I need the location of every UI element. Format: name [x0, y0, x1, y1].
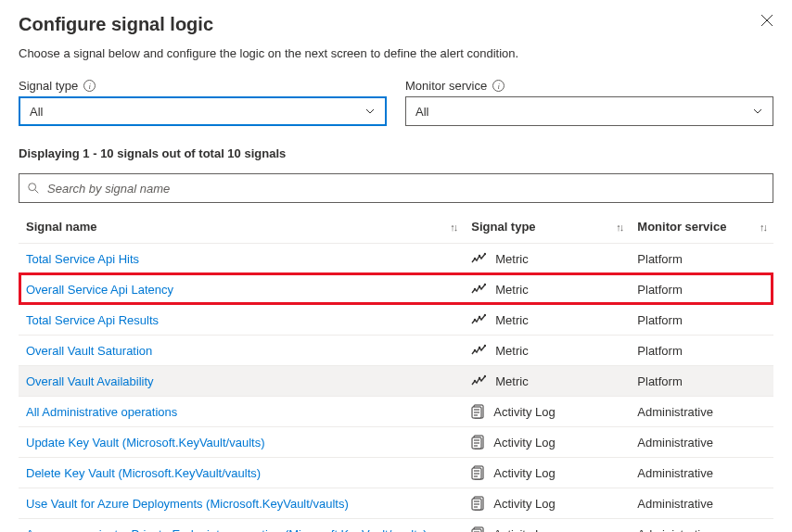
table-row[interactable]: All Administrative operationsActivity Lo…: [19, 397, 773, 427]
table-row[interactable]: Overall Service Api LatencyMetricPlatfor…: [19, 274, 773, 305]
table-row[interactable]: Delete Key Vault (Microsoft.KeyVault/vau…: [19, 458, 773, 488]
metric-icon: [471, 374, 486, 387]
sort-icon: ↑↓: [616, 222, 622, 233]
signal-name-link[interactable]: Use Vault for Azure Deployments (Microso…: [26, 497, 349, 511]
col-header-name[interactable]: Signal name ↑↓: [19, 210, 464, 244]
search-icon: [27, 182, 40, 195]
signal-name-link[interactable]: Total Service Api Results: [26, 313, 159, 327]
svg-point-3: [479, 255, 480, 257]
search-input[interactable]: [45, 181, 765, 196]
table-row[interactable]: Total Service Api ResultsMetricPlatform: [19, 305, 773, 336]
monitor-service-label: Monitor service i: [405, 79, 773, 93]
signal-type-text: Activity Log: [493, 466, 555, 480]
signal-type-text: Metric: [495, 344, 528, 358]
svg-line-1: [35, 190, 39, 194]
monitor-service-text: Administrative: [630, 488, 773, 519]
close-icon[interactable]: [760, 14, 773, 31]
signal-name-link[interactable]: Overall Vault Saturation: [26, 344, 152, 358]
svg-point-0: [29, 184, 36, 191]
monitor-service-value: All: [415, 105, 428, 119]
signal-type-text: Metric: [495, 252, 528, 266]
page-title: Configure signal logic: [19, 14, 213, 35]
monitor-service-text: Administrative: [630, 397, 773, 427]
signals-table: Signal name ↑↓ Signal type ↑↓ Monitor se…: [19, 210, 773, 532]
col-header-type[interactable]: Signal type ↑↓: [464, 210, 630, 244]
sort-icon: ↑↓: [760, 222, 766, 233]
monitor-service-text: Platform: [630, 305, 773, 336]
signal-name-link[interactable]: All Administrative operations: [26, 405, 177, 419]
signal-type-value: All: [30, 105, 43, 119]
svg-point-14: [474, 380, 476, 382]
monitor-service-text: Platform: [630, 274, 773, 305]
signal-type-text: Metric: [495, 374, 528, 388]
signal-name-link[interactable]: Update Key Vault (Microsoft.KeyVault/vau…: [26, 436, 264, 450]
metric-icon: [471, 252, 486, 265]
signal-name-link[interactable]: Total Service Api Hits: [26, 252, 139, 266]
info-icon[interactable]: i: [83, 80, 96, 92]
svg-point-11: [474, 349, 476, 351]
monitor-service-text: Platform: [630, 366, 773, 397]
activity-log-icon: [471, 496, 484, 511]
sort-icon: ↑↓: [450, 222, 456, 233]
chevron-down-icon: [364, 106, 376, 117]
chevron-down-icon: [752, 106, 763, 117]
signal-type-text: Activity Log: [493, 436, 555, 450]
table-row[interactable]: Overall Vault SaturationMetricPlatform: [19, 336, 773, 366]
svg-point-15: [479, 377, 480, 379]
svg-point-8: [474, 319, 476, 321]
signal-type-label: Signal type i: [19, 79, 387, 93]
monitor-service-label-text: Monitor service: [405, 79, 487, 93]
monitor-service-text: Administrative: [630, 519, 773, 533]
monitor-service-text: Administrative: [630, 427, 773, 458]
metric-icon: [471, 344, 486, 357]
svg-point-12: [479, 347, 480, 348]
signal-type-text: Activity Log: [493, 497, 555, 511]
results-count: Displaying 1 - 10 signals out of total 1…: [19, 146, 773, 160]
table-row[interactable]: Total Service Api HitsMetricPlatform: [19, 244, 773, 274]
activity-log-icon: [471, 435, 484, 450]
monitor-service-text: Administrative: [630, 458, 773, 488]
activity-log-icon: [471, 404, 484, 419]
signal-type-text: Activity Log: [493, 405, 555, 419]
metric-icon: [471, 283, 486, 296]
signal-type-text: Metric: [495, 313, 528, 327]
signal-name-link[interactable]: Overall Service Api Latency: [26, 283, 173, 297]
signal-name-link[interactable]: Overall Vault Availability: [26, 374, 154, 388]
signal-type-select[interactable]: All: [19, 96, 387, 126]
signal-type-text: Activity Log: [493, 527, 555, 532]
signal-type-text: Metric: [495, 283, 528, 297]
page-subtitle: Choose a signal below and configure the …: [19, 46, 773, 60]
svg-point-9: [479, 316, 480, 318]
col-header-service[interactable]: Monitor service ↑↓: [630, 210, 773, 244]
search-box[interactable]: [19, 173, 773, 203]
activity-log-icon: [471, 526, 484, 532]
svg-point-2: [474, 258, 476, 260]
table-row[interactable]: Approve or reject a Private Endpoint con…: [19, 519, 773, 533]
signal-name-link[interactable]: Approve or reject a Private Endpoint con…: [26, 527, 428, 532]
table-row[interactable]: Use Vault for Azure Deployments (Microso…: [19, 488, 773, 519]
signal-name-link[interactable]: Delete Key Vault (Microsoft.KeyVault/vau…: [26, 466, 261, 480]
svg-point-5: [474, 288, 476, 290]
monitor-service-text: Platform: [630, 336, 773, 366]
info-icon[interactable]: i: [492, 80, 505, 92]
table-row[interactable]: Update Key Vault (Microsoft.KeyVault/vau…: [19, 427, 773, 458]
table-row[interactable]: Overall Vault AvailabilityMetricPlatform: [19, 366, 773, 397]
signal-type-label-text: Signal type: [19, 79, 78, 93]
monitor-service-select[interactable]: All: [405, 96, 773, 126]
svg-point-6: [479, 285, 480, 287]
metric-icon: [471, 313, 486, 326]
monitor-service-text: Platform: [630, 244, 773, 274]
activity-log-icon: [471, 465, 484, 480]
